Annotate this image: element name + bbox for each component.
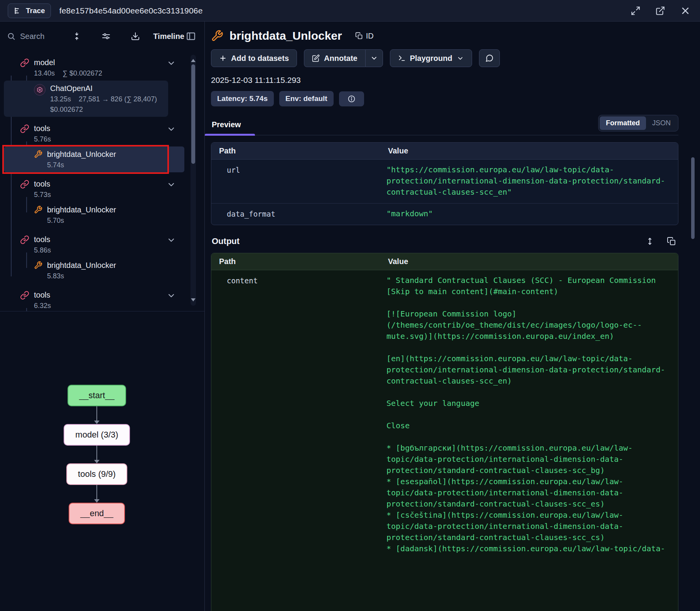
input-value-header: Value [380, 143, 678, 159]
format-toggle: Formatted JSON [598, 115, 678, 131]
tree-item-brightdata-unlocker[interactable]: brightdata_Unlocker 5.74s [4, 146, 184, 172]
comment-button[interactable] [479, 49, 500, 67]
tree-item-duration: 13.40s [34, 69, 55, 77]
tree-item-tools[interactable]: tools 5.76s [4, 121, 184, 146]
input-table: Path Value url "https://commission.europ… [211, 142, 678, 225]
chain-link-icon [20, 291, 29, 300]
detail-tabs: Preview Formatted JSON [211, 115, 678, 135]
playground-button[interactable]: Playground [390, 49, 472, 67]
wrench-icon [34, 261, 42, 269]
chevron-down-icon [457, 55, 464, 62]
arrow-down-icon [94, 421, 100, 424]
scroll-up-arrow-icon[interactable] [191, 57, 196, 62]
tree-item-chatopenai[interactable]: ChatOpenAI 13.25s 27,581 → 826 (∑ 28,407… [4, 81, 168, 117]
tree-item-brightdata-unlocker[interactable]: brightdata_Unlocker 5.70s [4, 202, 184, 228]
plus-icon [219, 54, 227, 62]
download-icon [131, 32, 140, 41]
input-value: "https://commission.europa.eu/law/law-to… [380, 160, 678, 203]
tree-item-model[interactable]: model 13.40s ∑ $0.002672 [4, 55, 184, 81]
topbar-actions [629, 4, 692, 18]
toggle-json[interactable]: JSON [646, 116, 677, 130]
filter-settings-button[interactable] [100, 30, 112, 42]
timeline-toggle[interactable]: Timeline [153, 32, 184, 41]
close-button[interactable] [678, 4, 692, 18]
copy-id-button[interactable]: ID [354, 30, 375, 42]
annotate-button[interactable]: Annotate [304, 49, 365, 67]
graph-node-model[interactable]: model (3/3) [64, 424, 130, 446]
tree-item-tokens: 27,581 → 826 (∑ 28,407) [79, 95, 157, 103]
toggle-formatted[interactable]: Formatted [600, 116, 646, 130]
tree-item-duration: 13.25s [50, 95, 71, 103]
preview-content: Path Value url "https://commission.europ… [205, 135, 700, 611]
chevron-down-icon[interactable] [167, 59, 176, 68]
scrollbar-thumb[interactable] [691, 157, 695, 239]
trace-button-label: Trace [26, 7, 45, 15]
trace-tree-icon [13, 7, 22, 15]
detail-scrollbar[interactable] [691, 157, 695, 608]
chevron-down-icon[interactable] [167, 236, 176, 245]
trace-sidebar: Search Timeline [0, 22, 205, 611]
env-badge: Env: default [279, 91, 334, 106]
tree-item-tools[interactable]: tools 6.32s [4, 287, 184, 311]
tree-item-tools[interactable]: tools 5.86s [4, 232, 184, 258]
tree-item-name: tools [34, 235, 51, 244]
chevron-down-icon [370, 54, 378, 62]
sliders-icon [101, 32, 111, 41]
page-title: brightdata_Unlocker [229, 29, 342, 42]
download-button[interactable] [129, 30, 142, 42]
fullscreen-icon [631, 6, 641, 16]
copy-icon [355, 32, 363, 40]
latency-badge: Latency: 5.74s [211, 91, 274, 106]
tree-group-model: model 13.40s ∑ $0.002672 [4, 55, 184, 117]
tree-item-name: ChatOpenAI [50, 84, 157, 93]
tree-item-duration: 5.83s [47, 272, 64, 280]
fullscreen-button[interactable] [629, 4, 642, 17]
chatopenai-icon [34, 84, 46, 96]
topbar: Trace fe8e157b4e54ad00ee6e0c3c3131906e [0, 0, 700, 22]
chain-link-icon [20, 124, 29, 133]
scrollbar-track[interactable] [191, 64, 195, 297]
comment-bubble-icon [485, 54, 494, 62]
tab-preview-label: Preview [212, 120, 241, 129]
trace-id: fe8e157b4e54ad00ee6e0c3c3131906e [59, 6, 203, 15]
copy-output-button[interactable] [665, 235, 678, 247]
annotate-label: Annotate [324, 54, 358, 63]
trace-button[interactable]: Trace [8, 3, 51, 18]
annotate-dropdown-button[interactable] [365, 49, 383, 67]
chevron-down-icon[interactable] [167, 291, 176, 300]
collapse-all-icon [72, 32, 81, 41]
info-button[interactable] [339, 91, 364, 106]
graph-edge [94, 485, 100, 503]
info-icon [347, 95, 356, 103]
output-table: Path Value content " Standard Contractua… [211, 253, 678, 611]
tree-item-tools[interactable]: tools 5.73s [4, 176, 184, 202]
output-row-content: content " Standard Contractual Clauses (… [211, 270, 678, 611]
copy-icon [667, 237, 676, 246]
langgraph-diagram: __start__ model (3/3) tools (9/9) __end_… [0, 385, 194, 524]
graph-node-tools[interactable]: tools (9/9) [66, 463, 127, 485]
chevron-down-icon[interactable] [167, 125, 176, 134]
chain-link-icon [20, 180, 29, 189]
tree-item-brightdata-unlocker[interactable]: brightdata_Unlocker 5.83s [4, 258, 184, 283]
tree-scrollbar[interactable] [191, 55, 196, 306]
scrollbar-thumb[interactable] [191, 64, 195, 164]
tree-item-name: brightdata_Unlocker [47, 261, 116, 270]
graph-node-end[interactable]: __end__ [69, 503, 125, 524]
tree-item-duration: 5.76s [34, 135, 51, 143]
add-to-datasets-button[interactable]: Add to datasets [211, 49, 297, 67]
open-in-new-button[interactable] [654, 4, 667, 17]
chevron-down-icon[interactable] [167, 180, 176, 189]
expand-output-button[interactable] [644, 235, 656, 247]
scroll-down-arrow-icon[interactable] [191, 298, 196, 304]
collapse-panel-button[interactable] [184, 30, 197, 43]
tree-item-name: brightdata_Unlocker [47, 150, 116, 159]
search-icon [7, 32, 15, 40]
sidebar-toolbar: Search Timeline [0, 22, 204, 51]
trace-viewer-window: Trace fe8e157b4e54ad00ee6e0c3c3131906e S… [0, 0, 700, 611]
graph-node-start[interactable]: __start__ [67, 385, 126, 406]
search-input[interactable]: Search [7, 32, 65, 41]
wrench-icon [34, 150, 42, 158]
collapse-all-button[interactable] [71, 30, 83, 42]
tab-preview[interactable]: Preview [211, 118, 245, 135]
tree-item-duration: 5.74s [47, 161, 64, 169]
